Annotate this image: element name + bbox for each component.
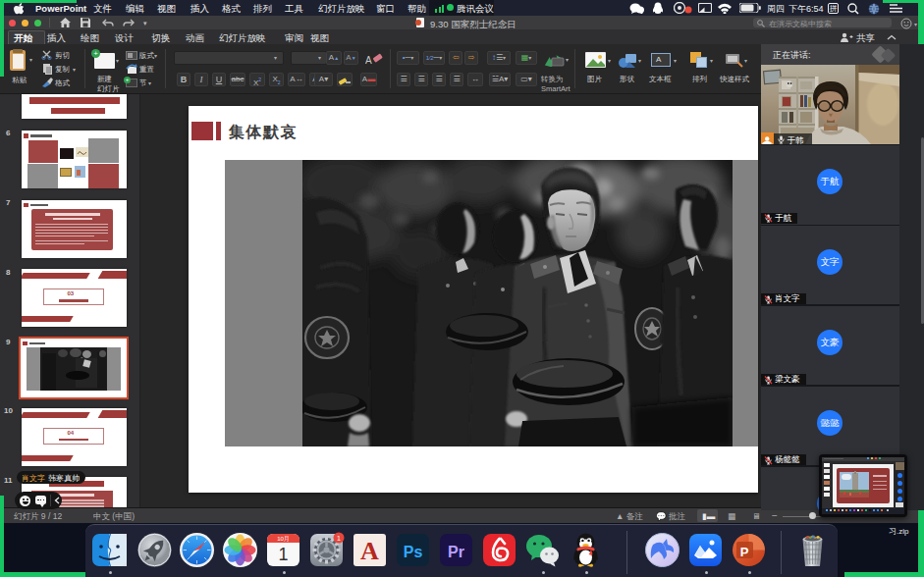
svg-text:P: P <box>740 545 749 559</box>
svg-text:Ps: Ps <box>404 544 423 560</box>
svg-text:A: A <box>365 55 372 66</box>
svg-text:10月: 10月 <box>277 536 290 543</box>
svg-text:Pr: Pr <box>448 544 464 560</box>
svg-text:1: 1 <box>278 545 288 564</box>
svg-text:1: 1 <box>337 535 341 542</box>
svg-text:A: A <box>360 537 379 565</box>
